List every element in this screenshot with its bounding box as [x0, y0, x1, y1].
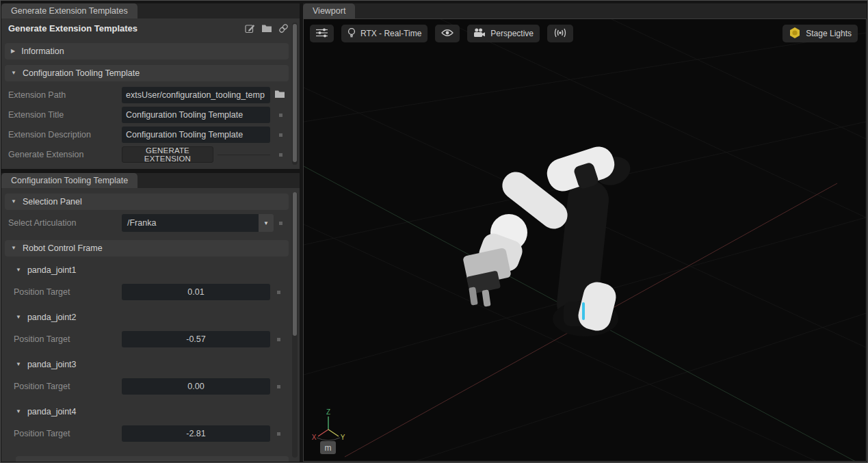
- section-panda-joint2[interactable]: ▼ panda_joint2: [16, 310, 77, 324]
- joint-name: panda_joint4: [27, 407, 77, 416]
- robot-led-strip: [582, 302, 585, 320]
- expanded-arrow-icon: ▼: [16, 267, 21, 273]
- generate-extension-panel: Generate Extension Templates ▶ Informati…: [1, 18, 300, 169]
- expanded-arrow-icon: ▼: [16, 315, 21, 320]
- camera-button[interactable]: Perspective: [467, 25, 540, 42]
- extension-title-input[interactable]: [122, 107, 270, 123]
- section-information[interactable]: ▶ Information: [5, 43, 289, 59]
- stage-lights-button-label: Stage Lights: [806, 29, 852, 38]
- live-sync-button[interactable]: [547, 25, 573, 42]
- property-indicator-dot: [279, 153, 282, 157]
- position-target-input-joint1[interactable]: 0.01: [122, 284, 270, 300]
- axis-gizmo[interactable]: Z X Y: [312, 408, 345, 441]
- unit-label: m: [325, 443, 332, 453]
- gizmo-y-label: Y: [341, 434, 345, 441]
- panel-header-icons: [245, 23, 289, 34]
- viewport-tabstrip: Viewport: [303, 3, 867, 18]
- tab-viewport[interactable]: Viewport: [303, 3, 355, 18]
- section-next-joint-clipped[interactable]: [16, 456, 289, 462]
- position-target-label: Position Target: [14, 425, 70, 442]
- camera-icon: [473, 28, 486, 40]
- edit-icon[interactable]: [245, 23, 255, 34]
- property-indicator-dot: [279, 133, 282, 137]
- section-panda-joint1[interactable]: ▼ panda_joint1: [16, 263, 77, 277]
- extension-title-label: Extension Title: [8, 107, 64, 123]
- position-target-label: Position Target: [14, 284, 70, 300]
- browse-folder-icon[interactable]: [274, 90, 285, 98]
- position-target-input-joint4[interactable]: -2.81: [122, 425, 270, 442]
- stage-lights-button[interactable]: Stage Lights: [782, 25, 858, 42]
- viewport-settings-button[interactable]: [310, 25, 334, 42]
- expanded-arrow-icon: ▼: [11, 70, 16, 76]
- property-indicator-dot: [279, 222, 282, 225]
- stage-lights-icon: [789, 27, 801, 41]
- select-articulation-label: Select Articulation: [8, 215, 76, 231]
- extension-description-input[interactable]: [122, 127, 270, 143]
- config-panel-tabstrip: Configuration Tooling Template: [1, 173, 300, 188]
- expanded-arrow-icon: ▼: [16, 362, 21, 367]
- position-target-input-joint2[interactable]: -0.57: [122, 331, 270, 347]
- gizmo-x-line: [318, 429, 328, 436]
- row-divider: [218, 155, 270, 155]
- articulation-value: /Franka: [127, 218, 156, 228]
- tab-generate-extension-templates[interactable]: Generate Extension Templates: [1, 3, 137, 18]
- extension-description-label: Extension Description: [8, 127, 91, 143]
- generate-panel-scrollbar[interactable]: [292, 23, 298, 165]
- franka-robot: [462, 143, 634, 336]
- live-sync-icon: [553, 28, 567, 40]
- scrollbar-thumb[interactable]: [293, 24, 297, 162]
- renderer-button-label: RTX - Real-Time: [360, 29, 421, 38]
- viewport-canvas[interactable]: Z X Y: [304, 19, 866, 461]
- position-target-label: Position Target: [14, 331, 70, 347]
- joint-name: panda_joint2: [27, 313, 77, 322]
- section-panda-joint4[interactable]: ▼ panda_joint4: [16, 405, 77, 419]
- generate-extension-button[interactable]: GENERATE EXTENSION: [122, 146, 213, 163]
- combobox-dropdown-button[interactable]: ▼: [259, 214, 274, 232]
- section-configuration-tooling-template[interactable]: ▼ Configuration Tooling Template: [5, 65, 289, 81]
- section-label: Selection Panel: [23, 197, 82, 207]
- property-indicator-dot: [277, 338, 280, 341]
- position-target-label: Position Target: [14, 378, 70, 395]
- scrollbar-thumb[interactable]: [293, 192, 297, 336]
- tab-configuration-tooling-template[interactable]: Configuration Tooling Template: [1, 173, 137, 188]
- tab-label: Configuration Tooling Template: [11, 176, 128, 185]
- joint-name: panda_joint3: [27, 360, 77, 369]
- sliders-icon: [316, 28, 328, 40]
- property-indicator-dot: [277, 291, 280, 294]
- lightbulb-icon: [347, 27, 356, 40]
- section-selection-panel[interactable]: ▼ Selection Panel: [5, 194, 289, 210]
- open-folder-icon[interactable]: [261, 24, 272, 33]
- isaac-sim-window: Generate Extension Templates Generate Ex…: [0, 0, 868, 463]
- extension-path-input[interactable]: [122, 87, 270, 103]
- joint-name: panda_joint1: [27, 265, 77, 275]
- articulation-combobox[interactable]: /Franka: [122, 214, 259, 232]
- section-label: Information: [21, 47, 64, 56]
- section-label: Robot Control Frame: [23, 243, 103, 253]
- gizmo-y-line: [328, 429, 339, 436]
- position-target-input-joint3[interactable]: 0.00: [122, 378, 270, 395]
- property-indicator-dot: [277, 432, 280, 436]
- renderer-button[interactable]: RTX - Real-Time: [341, 25, 428, 42]
- expanded-arrow-icon: ▼: [11, 199, 16, 204]
- property-indicator-dot: [277, 385, 280, 388]
- generate-extension-button-label: GENERATE EXTENSION: [122, 146, 213, 163]
- gizmo-arc: [317, 438, 340, 440]
- gizmo-x-label: X: [312, 434, 317, 441]
- viewport-toolbar: RTX - Real-Time Perspective: [310, 25, 573, 42]
- unit-badge[interactable]: m: [320, 441, 336, 454]
- expanded-arrow-icon: ▼: [11, 246, 16, 251]
- section-robot-control-frame[interactable]: ▼ Robot Control Frame: [5, 240, 289, 256]
- gizmo-z-label: Z: [326, 408, 330, 416]
- config-panel-scrollbar[interactable]: [292, 192, 298, 458]
- panel-title: Generate Extension Templates: [8, 23, 137, 34]
- expanded-arrow-icon: ▼: [16, 409, 21, 414]
- section-panda-joint3[interactable]: ▼ panda_joint3: [16, 358, 77, 371]
- link-icon[interactable]: [278, 23, 289, 34]
- extension-path-label: Extension Path: [8, 87, 66, 103]
- section-label: Configuration Tooling Template: [23, 68, 140, 78]
- property-indicator-dot: [279, 114, 282, 117]
- configuration-tooling-panel: ▼ Selection Panel Select Articulation /F…: [1, 188, 300, 462]
- visibility-button[interactable]: [435, 25, 460, 42]
- panel-header: Generate Extension Templates: [1, 18, 300, 39]
- viewport-panel: Z X Y RTX - Real-Time: [303, 18, 867, 462]
